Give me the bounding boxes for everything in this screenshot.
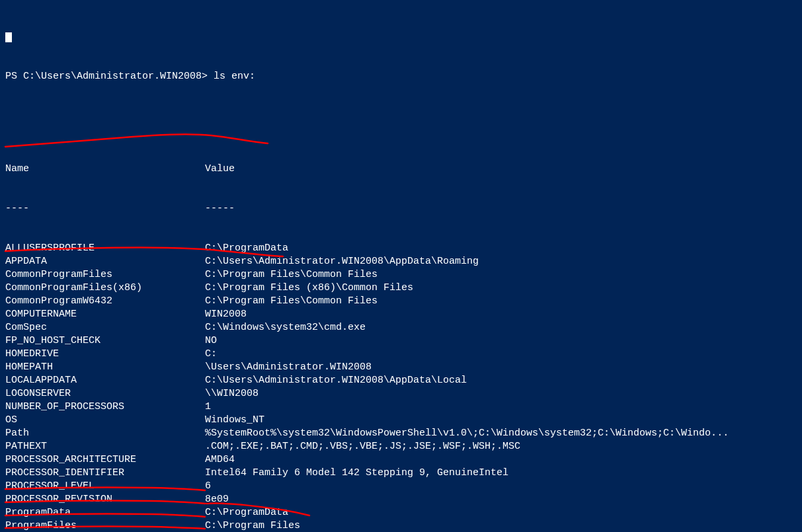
env-value: C:\Program Files\Common Files: [205, 295, 797, 308]
column-sep-name: ----: [5, 202, 205, 215]
prompt-line: PS C:\Users\Administrator.WIN2008> ls en…: [5, 70, 797, 83]
env-value: C:\Users\Administrator.WIN2008\AppData\R…: [205, 255, 797, 268]
env-row: APPDATAC:\Users\Administrator.WIN2008\Ap…: [5, 255, 797, 268]
env-name: PATHEXT: [5, 440, 205, 453]
env-value: Windows_NT: [205, 414, 797, 427]
env-value: WIN2008: [205, 308, 797, 321]
env-name: ALLUSERSPROFILE: [5, 242, 205, 255]
env-row: CommonProgramFiles(x86)C:\Program Files …: [5, 282, 797, 295]
env-row: PROCESSOR_ARCHITECTUREAMD64: [5, 453, 797, 467]
env-row: OSWindows_NT: [5, 414, 797, 427]
env-row: FP_NO_HOST_CHECKNO: [5, 334, 797, 348]
env-name: FP_NO_HOST_CHECK: [5, 334, 205, 348]
env-value: %SystemRoot%\system32\WindowsPowerShell\…: [205, 427, 797, 440]
env-name: CommonProgramFiles(x86): [5, 282, 205, 295]
env-row: LOCALAPPDATAC:\Users\Administrator.WIN20…: [5, 374, 797, 387]
env-row: LOGONSERVER\\WIN2008: [5, 387, 797, 400]
env-value: AMD64: [205, 453, 797, 467]
env-value: C:\Program Files: [205, 519, 797, 532]
column-separator-row: ---- -----: [5, 202, 797, 215]
env-value: C:: [205, 348, 797, 361]
env-name: PROCESSOR_ARCHITECTURE: [5, 453, 205, 467]
env-name: ProgramFiles: [5, 519, 205, 532]
env-name: COMPUTERNAME: [5, 308, 205, 321]
env-row: CommonProgramW6432C:\Program Files\Commo…: [5, 295, 797, 308]
env-row: ProgramFilesC:\Program Files: [5, 519, 797, 532]
env-name: NUMBER_OF_PROCESSORS: [5, 400, 205, 414]
env-value: NO: [205, 334, 797, 348]
env-row: PROCESSOR_IDENTIFIERIntel64 Family 6 Mod…: [5, 467, 797, 480]
powershell-terminal[interactable]: PS C:\Users\Administrator.WIN2008> ls en…: [0, 0, 802, 532]
env-value: C:\Program Files\Common Files: [205, 268, 797, 282]
env-name: PROCESSOR_IDENTIFIER: [5, 467, 205, 480]
env-value: C:\ProgramData: [205, 506, 797, 519]
env-name: PROCESSOR_LEVEL: [5, 480, 205, 493]
env-variable-list: ALLUSERSPROFILEC:\ProgramDataAPPDATAC:\U…: [5, 242, 797, 532]
column-header-row: Name Value: [5, 163, 797, 176]
env-value: 6: [205, 480, 797, 493]
env-value: .COM;.EXE;.BAT;.CMD;.VBS;.VBE;.JS;.JSE;.…: [205, 440, 797, 453]
env-row: ProgramDataC:\ProgramData: [5, 506, 797, 519]
column-header-name: Name: [5, 163, 205, 176]
env-name: HOMEDRIVE: [5, 348, 205, 361]
env-value: 8e09: [205, 493, 797, 506]
env-row: PATHEXT.COM;.EXE;.BAT;.CMD;.VBS;.VBE;.JS…: [5, 440, 797, 453]
env-name: Path: [5, 427, 205, 440]
env-name: ComSpec: [5, 321, 205, 334]
column-header-value: Value: [205, 163, 797, 176]
block-cursor-icon: [5, 32, 12, 42]
env-row: PROCESSOR_LEVEL6: [5, 480, 797, 493]
env-name: CommonProgramFiles: [5, 268, 205, 282]
env-value: C:\Windows\system32\cmd.exe: [205, 321, 797, 334]
env-name: PROCESSOR_REVISION: [5, 493, 205, 506]
env-value: C:\Users\Administrator.WIN2008\AppData\L…: [205, 374, 797, 387]
column-sep-value: -----: [205, 202, 797, 215]
env-name: LOCALAPPDATA: [5, 374, 205, 387]
env-row: NUMBER_OF_PROCESSORS1: [5, 400, 797, 414]
env-value: 1: [205, 400, 797, 414]
env-name: LOGONSERVER: [5, 387, 205, 400]
env-value: C:\Program Files (x86)\Common Files: [205, 282, 797, 295]
env-value: C:\ProgramData: [205, 242, 797, 255]
env-name: ProgramData: [5, 506, 205, 519]
env-row: HOMEDRIVEC:: [5, 348, 797, 361]
env-row: CommonProgramFilesC:\Program Files\Commo…: [5, 268, 797, 282]
env-value: \Users\Administrator.WIN2008: [205, 361, 797, 374]
env-row: ComSpecC:\Windows\system32\cmd.exe: [5, 321, 797, 334]
env-row: PROCESSOR_REVISION8e09: [5, 493, 797, 506]
env-value: Intel64 Family 6 Model 142 Stepping 9, G…: [205, 467, 797, 480]
env-value: \\WIN2008: [205, 387, 797, 400]
env-name: HOMEPATH: [5, 361, 205, 374]
env-name: APPDATA: [5, 255, 205, 268]
env-row: ALLUSERSPROFILEC:\ProgramData: [5, 242, 797, 255]
env-row: COMPUTERNAMEWIN2008: [5, 308, 797, 321]
env-name: CommonProgramW6432: [5, 295, 205, 308]
env-name: OS: [5, 414, 205, 427]
cursor-line: [5, 30, 797, 44]
env-row: Path%SystemRoot%\system32\WindowsPowerSh…: [5, 427, 797, 440]
env-row: HOMEPATH\Users\Administrator.WIN2008: [5, 361, 797, 374]
